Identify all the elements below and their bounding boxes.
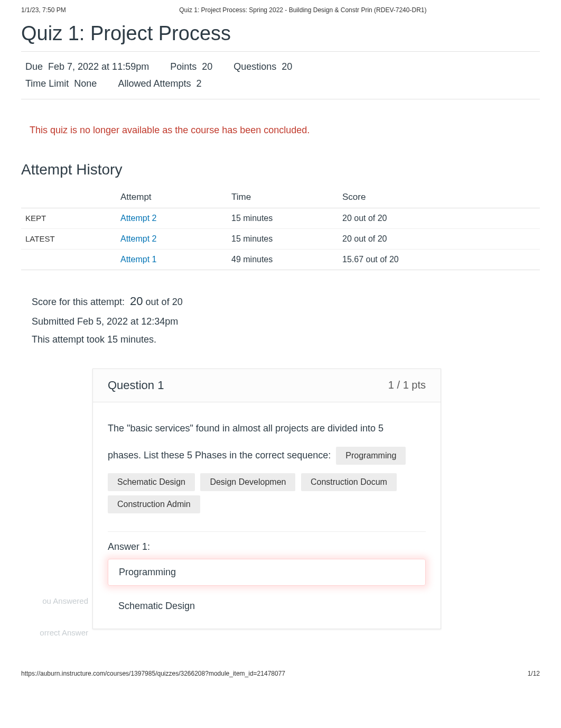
meta-questions: Questions 20 xyxy=(233,58,292,75)
duration-line: This attempt took 15 minutes. xyxy=(32,330,529,348)
you-answered-label: ou Answered xyxy=(21,585,88,617)
row-score: 20 out of 20 xyxy=(338,208,540,228)
meta-value: 20 xyxy=(282,58,292,75)
footer-url: https://auburn.instructure.com/courses/1… xyxy=(21,670,285,677)
attempt-link[interactable]: Attempt 1 xyxy=(120,255,156,264)
col-score: Score xyxy=(338,187,540,208)
col-time: Time xyxy=(227,187,338,208)
answer-chip[interactable]: Schematic Design xyxy=(108,473,195,491)
meta-value: None xyxy=(74,75,97,92)
meta-label: Allowed Attempts xyxy=(118,75,191,92)
submitted-line: Submitted Feb 5, 2022 at 12:34pm xyxy=(32,312,529,330)
table-row: KEPT Attempt 2 15 minutes 20 out of 20 xyxy=(21,208,540,228)
page-title: Quiz 1: Project Process xyxy=(21,22,540,45)
attempt-history-title: Attempt History xyxy=(21,161,540,178)
question-text-line: phases. List these 5 Phases in the corre… xyxy=(108,445,331,466)
meta-label: Points xyxy=(170,58,197,75)
you-answered-value: Programming xyxy=(108,559,426,586)
row-time: 15 minutes xyxy=(227,228,338,249)
correct-answer-value: Schematic Design xyxy=(108,595,426,617)
print-footer: https://auburn.instructure.com/courses/1… xyxy=(0,659,561,683)
col-attempt: Attempt xyxy=(116,187,227,208)
attempt-link[interactable]: Attempt 2 xyxy=(120,214,156,223)
question-points: 1 / 1 pts xyxy=(388,379,426,391)
row-tag: KEPT xyxy=(21,208,116,228)
answer-section: Answer 1: Programming Schematic Design xyxy=(108,531,426,617)
footer-page: 1/12 xyxy=(528,670,540,677)
row-score: 15.67 out of 20 xyxy=(338,249,540,270)
table-row: LATEST Attempt 2 15 minutes 20 out of 20 xyxy=(21,228,540,249)
row-tag: LATEST xyxy=(21,228,116,249)
row-score: 20 out of 20 xyxy=(338,228,540,249)
row-time: 49 minutes xyxy=(227,249,338,270)
attempt-history-table: Attempt Time Score KEPT Attempt 2 15 min… xyxy=(21,187,540,270)
score-suffix: out of 20 xyxy=(146,297,183,307)
row-tag xyxy=(21,249,116,270)
answer-chip[interactable]: Design Developmen xyxy=(200,473,295,491)
meta-label: Due xyxy=(25,58,43,75)
question-header: Question 1 1 / 1 pts xyxy=(93,369,441,402)
score-value: 20 xyxy=(130,294,143,308)
score-summary: Score for this attempt: 20 out of 20 Sub… xyxy=(21,286,540,353)
meta-timelimit: Time Limit None xyxy=(25,75,97,92)
meta-due: Due Feb 7, 2022 at 11:59pm xyxy=(25,58,149,75)
table-row: Attempt 1 49 minutes 15.67 out of 20 xyxy=(21,249,540,270)
attempt-link[interactable]: Attempt 2 xyxy=(120,234,156,243)
table-header-row: Attempt Time Score xyxy=(21,187,540,208)
print-datetime: 1/1/23, 7:50 PM xyxy=(21,6,66,14)
row-time: 15 minutes xyxy=(227,208,338,228)
print-header: 1/1/23, 7:50 PM Quiz 1: Project Process:… xyxy=(0,0,561,18)
meta-points: Points 20 xyxy=(170,58,212,75)
quiz-meta: Due Feb 7, 2022 at 11:59pm Points 20 Que… xyxy=(21,51,540,99)
question-body: The "basic services" found in almost all… xyxy=(93,402,441,629)
meta-label: Questions xyxy=(233,58,276,75)
meta-label: Time Limit xyxy=(25,75,69,92)
meta-allowed: Allowed Attempts 2 xyxy=(118,75,201,92)
print-doc-title: Quiz 1: Project Process: Spring 2022 - B… xyxy=(66,6,540,14)
score-prefix: Score for this attempt: xyxy=(32,297,125,307)
question-title: Question 1 xyxy=(108,379,164,392)
col-blank xyxy=(21,187,116,208)
meta-value: 2 xyxy=(196,75,201,92)
answer-chip[interactable]: Programming xyxy=(336,447,406,465)
question-box: Question 1 1 / 1 pts The "basic services… xyxy=(92,368,441,629)
answer-chip[interactable]: Construction Admin xyxy=(108,495,200,513)
answer-heading: Answer 1: xyxy=(108,541,426,552)
meta-value: 20 xyxy=(202,58,212,75)
answer-chip[interactable]: Construction Docum xyxy=(301,473,397,491)
correct-answer-label: orrect Answer xyxy=(21,617,88,649)
meta-value: Feb 7, 2022 at 11:59pm xyxy=(48,58,149,75)
quiz-concluded-alert: This quiz is no longer available as the … xyxy=(21,121,540,140)
question-text-line: The "basic services" found in almost all… xyxy=(108,418,426,439)
